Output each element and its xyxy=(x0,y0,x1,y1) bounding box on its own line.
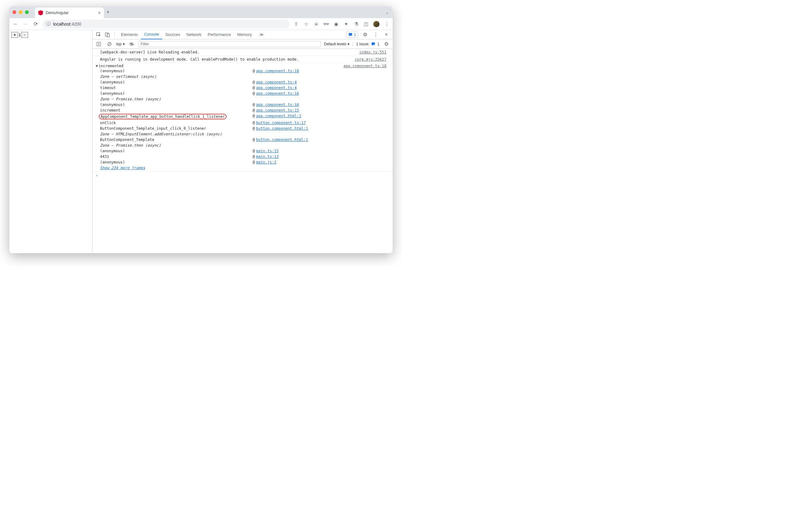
console-settings-icon[interactable]: ⚙ xyxy=(383,40,390,48)
devtools-tab-memory[interactable]: Memory xyxy=(234,30,255,39)
frame-function: timeout xyxy=(100,86,253,90)
devtools-tab-performance[interactable]: Performance xyxy=(205,30,234,39)
frame-source-link[interactable]: app.component.ts:4 xyxy=(256,86,296,90)
frame-function: (anonymous) xyxy=(100,69,253,73)
settings-icon[interactable]: ⚙ xyxy=(361,31,369,38)
messages-badge[interactable]: 1 xyxy=(346,32,358,38)
frame-source-link[interactable]: app.component.ts:16 xyxy=(256,102,299,107)
frame-function: (anonymous) xyxy=(100,102,253,107)
stack-frame: (anonymous)@main.ts:15 xyxy=(100,148,386,154)
console-output: [webpack-dev-server] Live Reloading enab… xyxy=(93,49,393,253)
frame-function: increment xyxy=(100,108,253,113)
browser-tab[interactable]: DemoAngular × xyxy=(35,7,104,18)
close-window-button[interactable] xyxy=(13,10,16,14)
devtools-tab-network[interactable]: Network xyxy=(184,30,205,39)
frame-function: 4431 xyxy=(100,154,253,159)
svg-rect-2 xyxy=(107,34,110,37)
tabs-overflow-button[interactable]: ≫ xyxy=(256,30,267,39)
devtools-panel: ElementsConsoleSourcesNetworkPerformance… xyxy=(93,30,393,253)
frame-source-link[interactable]: main.ts:13 xyxy=(256,154,279,159)
console-sidebar-toggle-icon[interactable] xyxy=(95,40,102,48)
tab-title: DemoAngular xyxy=(46,11,69,15)
stack-frame: AppComponent_Template_app_button_handleC… xyxy=(100,113,386,120)
console-log-row: [webpack-dev-server] Live Reloading enab… xyxy=(93,49,393,56)
frame-function: ButtonComponent_Template_input_click_0_l… xyxy=(100,126,253,131)
tabs-menu-button[interactable]: ⌄ xyxy=(386,10,389,15)
browser-window: DemoAngular × + ⌄ ← → ⟳ ⓘ localhost:4200… xyxy=(9,6,393,253)
stack-frame: (anonymous)@app.component.ts:16 xyxy=(100,102,386,108)
address-bar[interactable]: ⓘ localhost:4200 xyxy=(42,20,289,28)
page-viewport: + 1 - xyxy=(9,30,93,253)
live-expression-icon[interactable] xyxy=(128,40,135,48)
frame-source-link[interactable]: button.component.html:1 xyxy=(256,137,308,142)
frame-function: (anonymous) xyxy=(100,149,253,153)
reload-button[interactable]: ⟳ xyxy=(33,21,39,27)
devtools-menu-icon[interactable]: ⋮ xyxy=(372,31,380,38)
devtools-tab-elements[interactable]: Elements xyxy=(118,30,141,39)
skull-icon[interactable]: ☠ xyxy=(313,21,319,27)
minimize-window-button[interactable] xyxy=(19,10,22,14)
close-tab-button[interactable]: × xyxy=(98,10,101,15)
frame-function: AppComponent_Template_app_button_handleC… xyxy=(100,114,253,119)
extensions-icon[interactable]: ✦ xyxy=(343,21,349,27)
frame-source-link[interactable]: app.component.ts:4 xyxy=(256,80,296,84)
console-prompt[interactable]: › xyxy=(93,172,393,179)
devtools-tab-console[interactable]: Console xyxy=(141,30,162,39)
console-filter-input[interactable] xyxy=(138,41,321,47)
close-devtools-icon[interactable]: × xyxy=(383,31,390,38)
highlighted-frame: AppComponent_Template_app_button_handleC… xyxy=(99,114,227,119)
back-button[interactable]: ← xyxy=(13,21,19,27)
new-tab-button[interactable]: + xyxy=(106,9,110,16)
frame-source-link[interactable]: app.component.ts:15 xyxy=(256,108,299,113)
devtools-tabs: ElementsConsoleSourcesNetworkPerformance… xyxy=(93,30,393,39)
inspect-element-icon[interactable] xyxy=(95,31,102,38)
forward-button[interactable]: → xyxy=(22,21,29,27)
site-info-icon[interactable]: ⓘ xyxy=(46,21,51,27)
maximize-window-button[interactable] xyxy=(25,10,29,14)
frame-source-link[interactable]: button.component.ts:17 xyxy=(256,121,306,125)
devtools-tab-sources[interactable]: Sources xyxy=(162,30,184,39)
log-levels-selector[interactable]: Default levels▾ xyxy=(324,42,349,46)
tab-bar: DemoAngular × + ⌄ xyxy=(9,6,393,18)
clear-console-icon[interactable] xyxy=(106,40,113,48)
stack-frame: (anonymous)@app.component.ts:16 xyxy=(100,91,386,96)
zone-frame: Zone — Promise.then (async) xyxy=(100,142,386,148)
stack-frame: (anonymous)@app.component.ts:4 xyxy=(100,79,386,85)
zone-frame: Zone — Promise.then (async) xyxy=(100,96,386,102)
increment-button[interactable]: + xyxy=(11,32,18,38)
issues-indicator[interactable]: 1 Issue: 1 xyxy=(352,42,380,46)
frame-function: (anonymous) xyxy=(100,160,253,165)
counter-widget: + 1 - xyxy=(11,32,90,38)
profile-avatar[interactable] xyxy=(373,21,380,27)
sidepanel-icon[interactable]: ◫ xyxy=(363,21,369,27)
bookmark-icon[interactable]: ☆ xyxy=(303,21,309,27)
incognito-icon[interactable]: 👓 xyxy=(323,21,329,27)
disclosure-triangle-icon[interactable]: ▼ xyxy=(96,64,98,68)
content-area: + 1 - ElementsConsoleSourcesNetworkPerfo… xyxy=(9,30,393,253)
svg-rect-3 xyxy=(97,42,101,46)
log-source-link[interactable]: index.js:551 xyxy=(359,50,386,55)
stack-frame: ButtonComponent_Template_input_click_0_l… xyxy=(100,126,386,131)
trace-header[interactable]: ▼ incremented app.component.ts:18 xyxy=(100,64,386,68)
frame-source-link[interactable]: button.component.html:1 xyxy=(256,126,308,131)
log-message: Angular is running in development mode. … xyxy=(100,57,355,62)
extension-panda-icon[interactable]: ◉ xyxy=(333,21,339,27)
share-icon[interactable]: ⇧ xyxy=(293,21,299,27)
console-log-row: Angular is running in development mode. … xyxy=(93,56,393,63)
frame-source-link[interactable]: main.ts:15 xyxy=(256,149,279,153)
show-more-frames-link[interactable]: Show 234 more frames xyxy=(100,165,145,171)
trace-source-link[interactable]: app.component.ts:18 xyxy=(344,64,386,68)
browser-menu-icon[interactable]: ⋮ xyxy=(384,21,389,27)
frame-source-link[interactable]: app.component.html:2 xyxy=(256,114,301,118)
frame-source-link[interactable]: app.component.ts:18 xyxy=(256,69,299,73)
labs-icon[interactable]: ⚗ xyxy=(353,21,359,27)
log-source-link[interactable]: core.mjs:25627 xyxy=(355,57,386,62)
frame-source-link[interactable]: app.component.ts:16 xyxy=(256,91,299,96)
frame-source-link[interactable]: main.js:2 xyxy=(256,160,276,165)
window-controls xyxy=(13,10,29,14)
url-text: localhost:4200 xyxy=(53,22,81,26)
decrement-button[interactable]: - xyxy=(21,32,28,38)
console-toolbar: top▾ Default levels▾ 1 Issue: 1 ⚙ xyxy=(93,39,393,49)
device-toolbar-icon[interactable] xyxy=(104,31,111,38)
execution-context-selector[interactable]: top▾ xyxy=(116,42,125,46)
